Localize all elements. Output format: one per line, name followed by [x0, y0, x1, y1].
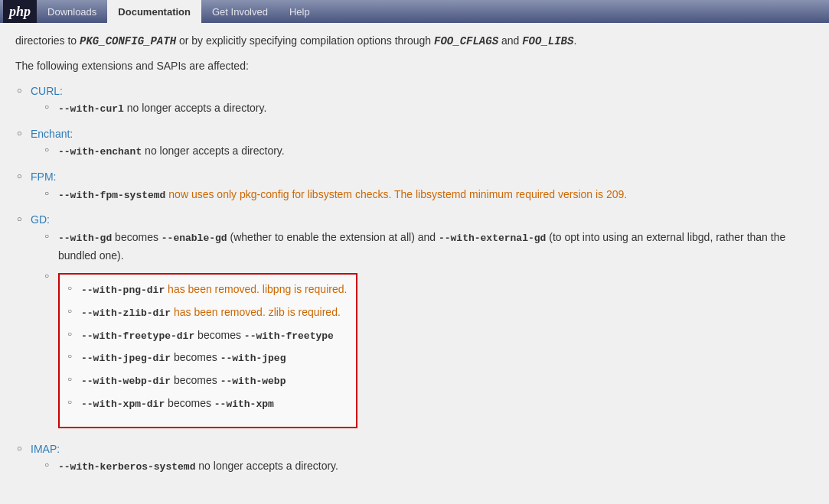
fpm-subitems: --with-fpm-systemd now uses only pkg-con… — [58, 186, 814, 204]
gd-with-gd-code: --with-gd — [58, 232, 112, 244]
fpm-rest: now uses only pkg-config for libsystem c… — [165, 188, 627, 200]
gd-item: GD: --with-gd becomes --enable-gd (wheth… — [31, 211, 814, 432]
fpm-label: FPM: — [31, 171, 56, 183]
imap-section: IMAP: --with-kerberos-systemd no longer … — [31, 441, 814, 476]
gd-becomes-1: becomes — [112, 231, 162, 243]
gd-zlib-dir: --with-zlib-dir has been removed. zlib i… — [81, 304, 347, 322]
gd-boxed-list: --with-png-dir has been removed. libpng … — [81, 281, 347, 413]
fpm-section: FPM: --with-fpm-systemd now uses only pk… — [31, 168, 814, 203]
nav-documentation[interactable]: Documentation — [107, 0, 201, 23]
fpm-code: --with-fpm-systemd — [58, 190, 165, 201]
gd-label: GD: — [31, 213, 50, 226]
php-logo: php — [3, 0, 37, 23]
imap-subitems: --with-kerberos-systemd no longer accept… — [58, 457, 814, 476]
gd-png-dir: --with-png-dir has been removed. libpng … — [81, 281, 347, 299]
intro-end: . — [573, 34, 576, 47]
xpm-becomes: becomes — [165, 397, 214, 409]
png-dir-rest: has been removed. libpng is required. — [165, 283, 347, 295]
png-dir-code: --with-png-dir — [81, 285, 165, 296]
main-nav: php Downloads Documentation Get Involved… — [0, 0, 829, 23]
jpeg-code: --with-jpeg — [220, 353, 286, 364]
nav-help[interactable]: Help — [279, 0, 321, 23]
foo-libs-code: FOO_LIBS — [522, 35, 573, 47]
curl-label: CURL: — [31, 85, 63, 97]
enchant-subitems: --with-enchant no longer accepts a direc… — [58, 142, 814, 161]
gd-xpm-dir: --with-xpm-dir becomes --with-xpm — [81, 395, 347, 413]
zlib-dir-rest: has been removed. zlib is required. — [171, 306, 341, 318]
curl-item: CURL: --with-curl no longer accepts a di… — [31, 83, 814, 118]
imap-label: IMAP: — [31, 443, 60, 455]
freetype-code: --with-freetype — [244, 330, 334, 342]
imap-item: IMAP: --with-kerberos-systemd no longer … — [31, 441, 814, 476]
nav-get-involved[interactable]: Get Involved — [201, 0, 279, 23]
intro-paragraph: directories to PKG_CONFIG_PATH or by exp… — [15, 32, 814, 50]
gd-webp-dir: --with-webp-dir becomes --with-webp — [81, 372, 347, 390]
gd-middle-text: (whether to enable the extension at all)… — [227, 231, 439, 243]
gd-section: GD: --with-gd becomes --enable-gd (wheth… — [31, 211, 814, 432]
jpeg-dir-code: --with-jpeg-dir — [81, 353, 171, 364]
gd-freetype-dir: --with-freetype-dir becomes --with-freet… — [81, 327, 347, 345]
curl-subitems: --with-curl no longer accepts a director… — [58, 99, 814, 118]
enchant-rest: no longer accepts a directory. — [142, 145, 285, 157]
webp-dir-code: --with-webp-dir — [81, 376, 171, 387]
page-content: directories to PKG_CONFIG_PATH or by exp… — [0, 23, 829, 499]
following-text: The following extensions and SAPIs are a… — [15, 57, 814, 74]
imap-code: --with-kerberos-systemd — [58, 461, 195, 473]
intro-and: and — [498, 34, 522, 47]
curl-section: CURL: --with-curl no longer accepts a di… — [31, 83, 814, 118]
gd-external-gd-code: --with-external-gd — [439, 232, 546, 244]
gd-subitem-1: --with-gd becomes --enable-gd (whether t… — [58, 229, 814, 264]
intro-middle: or by explicitly specifying compilation … — [176, 34, 434, 47]
fpm-item: FPM: --with-fpm-systemd now uses only pk… — [31, 168, 814, 203]
pkg-config-path-code: PKG_CONFIG_PATH — [80, 35, 176, 47]
nav-downloads[interactable]: Downloads — [37, 0, 107, 23]
enchant-section: Enchant: --with-enchant no longer accept… — [31, 125, 814, 161]
xpm-code: --with-xpm — [214, 398, 274, 410]
jpeg-becomes: becomes — [171, 351, 220, 363]
webp-code: --with-webp — [220, 376, 286, 387]
gd-enable-gd-code: --enable-gd — [162, 232, 227, 244]
enchant-code: --with-enchant — [58, 146, 142, 158]
gd-jpeg-dir: --with-jpeg-dir becomes --with-jpeg — [81, 349, 347, 367]
gd-boxed-container: --with-png-dir has been removed. libpng … — [58, 268, 814, 433]
enchant-label: Enchant: — [31, 128, 73, 140]
curl-subitem-1: --with-curl no longer accepts a director… — [58, 99, 814, 118]
freetype-becomes: becomes — [194, 329, 244, 341]
imap-subitem-1: --with-kerberos-systemd no longer accept… — [58, 457, 814, 476]
zlib-dir-code: --with-zlib-dir — [81, 307, 171, 319]
imap-rest: no longer accepts a directory. — [195, 460, 338, 472]
gd-highlighted-box: --with-png-dir has been removed. libpng … — [58, 273, 357, 428]
curl-rest: no longer accepts a directory. — [124, 102, 267, 114]
enchant-item: Enchant: --with-enchant no longer accept… — [31, 125, 814, 161]
gd-subitems: --with-gd becomes --enable-gd (whether t… — [58, 229, 814, 433]
enchant-subitem-1: --with-enchant no longer accepts a direc… — [58, 142, 814, 161]
intro-prefix: directories to — [15, 34, 80, 47]
fpm-subitem-1: --with-fpm-systemd now uses only pkg-con… — [58, 186, 814, 204]
curl-code: --with-curl — [58, 103, 124, 115]
webp-becomes: becomes — [171, 374, 220, 386]
foo-cflags-code: FOO_CFLAGS — [434, 35, 498, 47]
freetype-dir-code: --with-freetype-dir — [81, 330, 194, 342]
xpm-dir-code: --with-xpm-dir — [81, 398, 165, 410]
